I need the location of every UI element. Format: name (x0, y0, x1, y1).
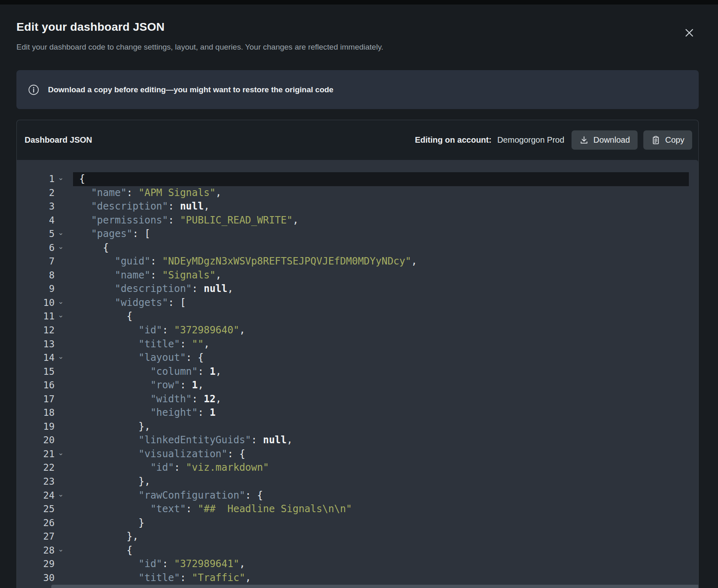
line-gutter: 11⌄ (17, 310, 73, 324)
code-line[interactable]: 1⌄{ (17, 172, 698, 186)
line-gutter: 17 (17, 392, 73, 406)
close-button[interactable] (680, 24, 698, 42)
line-gutter: 25 (17, 502, 73, 516)
code-line[interactable]: 13 "title": "", (17, 337, 698, 351)
download-icon (579, 135, 589, 145)
line-number: 15 (17, 365, 73, 379)
line-number: 29 (17, 557, 73, 571)
horizontal-scrollbar[interactable] (51, 585, 698, 588)
code-line[interactable]: 15 "column": 1, (17, 365, 698, 379)
code-line[interactable]: 16 "row": 1, (17, 378, 698, 392)
code-lines: 1⌄{2 "name": "APM Signals",3 "descriptio… (17, 160, 698, 585)
code-line[interactable]: 26 } (17, 516, 698, 530)
line-gutter: 29 (17, 557, 73, 571)
line-number: 13 (17, 337, 73, 351)
code-text: { (73, 172, 689, 186)
code-line[interactable]: 6⌄ { (17, 241, 698, 255)
code-line[interactable]: 24⌄ "rawConfiguration": { (17, 489, 698, 503)
fold-chevron-icon[interactable]: ⌄ (58, 312, 64, 319)
line-number: 9 (17, 282, 73, 296)
line-gutter: 21⌄ (17, 447, 73, 461)
code-line[interactable]: 8 "name": "Signals", (17, 269, 698, 283)
line-gutter: 18 (17, 406, 73, 420)
code-editor[interactable]: 1⌄{2 "name": "APM Signals",3 "descriptio… (17, 160, 698, 588)
line-number: 5 (17, 227, 73, 241)
fold-chevron-icon[interactable]: ⌄ (58, 298, 64, 305)
line-number: 20 (17, 433, 73, 447)
code-text: "id": "viz.markdown" (73, 461, 698, 475)
code-line[interactable]: 30 "title": "Traffic", (17, 571, 698, 585)
code-line[interactable]: 7 "guid": "NDEyMDgzN3xWSVp8REFTSEJPQVJEf… (17, 255, 698, 269)
line-gutter: 8 (17, 269, 73, 283)
fold-chevron-icon[interactable]: ⌄ (58, 491, 64, 498)
code-text: "name": "APM Signals", (73, 186, 698, 200)
copy-button-label: Copy (665, 135, 684, 145)
copy-icon (651, 135, 661, 145)
code-text: }, (73, 420, 698, 434)
info-banner: Download a copy before editing—you might… (16, 70, 699, 109)
download-button[interactable]: Download (572, 130, 638, 150)
code-line[interactable]: 19 }, (17, 420, 698, 434)
fold-chevron-icon[interactable]: ⌄ (58, 546, 64, 553)
code-line[interactable]: 3 "description": null, (17, 200, 698, 214)
code-line[interactable]: 25 "text": "## Headline Signals\n\n" (17, 502, 698, 516)
code-text: "name": "Signals", (73, 269, 698, 283)
line-number: 11 (17, 310, 73, 324)
fold-chevron-icon[interactable]: ⌄ (58, 449, 64, 456)
line-gutter: 2 (17, 186, 73, 200)
page-subtitle: Edit your dashboard code to change setti… (16, 43, 383, 52)
line-number: 23 (17, 475, 73, 489)
dashboard-json-panel: Dashboard JSON Editing on account: Demog… (16, 120, 699, 588)
code-line[interactable]: 28⌄ { (17, 544, 698, 558)
code-line[interactable]: 17 "width": 12, (17, 392, 698, 406)
fold-chevron-icon[interactable]: ⌄ (58, 353, 64, 360)
code-line[interactable]: 21⌄ "visualization": { (17, 447, 698, 461)
line-number: 28 (17, 544, 73, 558)
window-top-bar (0, 0, 718, 5)
code-text: "linkedEntityGuids": null, (73, 433, 698, 447)
code-line[interactable]: 29 "id": "372989641", (17, 557, 698, 571)
code-line[interactable]: 5⌄ "pages": [ (17, 227, 698, 241)
copy-button[interactable]: Copy (643, 130, 692, 150)
code-line[interactable]: 11⌄ { (17, 310, 698, 324)
line-gutter: 19 (17, 420, 73, 434)
code-line[interactable]: 20 "linkedEntityGuids": null, (17, 433, 698, 447)
code-text: "description": null, (73, 282, 698, 296)
fold-chevron-icon[interactable]: ⌄ (58, 174, 64, 181)
code-text: "widgets": [ (73, 296, 698, 310)
line-number: 8 (17, 269, 73, 283)
code-text: "title": "Traffic", (73, 571, 698, 585)
line-gutter: 6⌄ (17, 241, 73, 255)
code-line[interactable]: 22 "id": "viz.markdown" (17, 461, 698, 475)
code-line[interactable]: 4 "permissions": "PUBLIC_READ_WRITE", (17, 214, 698, 228)
line-number: 7 (17, 255, 73, 269)
line-number: 10 (17, 296, 73, 310)
code-line[interactable]: 12 "id": "372989640", (17, 324, 698, 337)
code-text: "permissions": "PUBLIC_READ_WRITE", (73, 214, 698, 228)
download-button-label: Download (593, 135, 630, 145)
fold-chevron-icon[interactable]: ⌄ (58, 229, 64, 236)
code-text: "title": "", (73, 337, 698, 351)
line-gutter: 5⌄ (17, 227, 73, 241)
fold-chevron-icon[interactable]: ⌄ (58, 243, 64, 250)
code-line[interactable]: 23 }, (17, 475, 698, 489)
line-number: 17 (17, 392, 73, 406)
line-gutter: 22 (17, 461, 73, 475)
line-gutter: 16 (17, 378, 73, 392)
code-line[interactable]: 2 "name": "APM Signals", (17, 186, 698, 200)
code-text: "column": 1, (73, 365, 698, 379)
code-line[interactable]: 9 "description": null, (17, 282, 698, 296)
code-line[interactable]: 27 }, (17, 530, 698, 544)
code-line[interactable]: 10⌄ "widgets": [ (17, 296, 698, 310)
code-text: } (73, 516, 698, 530)
info-icon (28, 84, 39, 96)
code-line[interactable]: 18 "height": 1 (17, 406, 698, 420)
line-gutter: 1⌄ (17, 172, 73, 186)
line-number: 21 (17, 447, 73, 461)
code-text: "rawConfiguration": { (73, 489, 698, 503)
code-line[interactable]: 14⌄ "layout": { (17, 351, 698, 365)
line-number: 3 (17, 200, 73, 214)
page-title: Edit your dashboard JSON (16, 21, 165, 34)
code-text: "pages": [ (73, 227, 698, 241)
line-gutter: 28⌄ (17, 544, 73, 558)
